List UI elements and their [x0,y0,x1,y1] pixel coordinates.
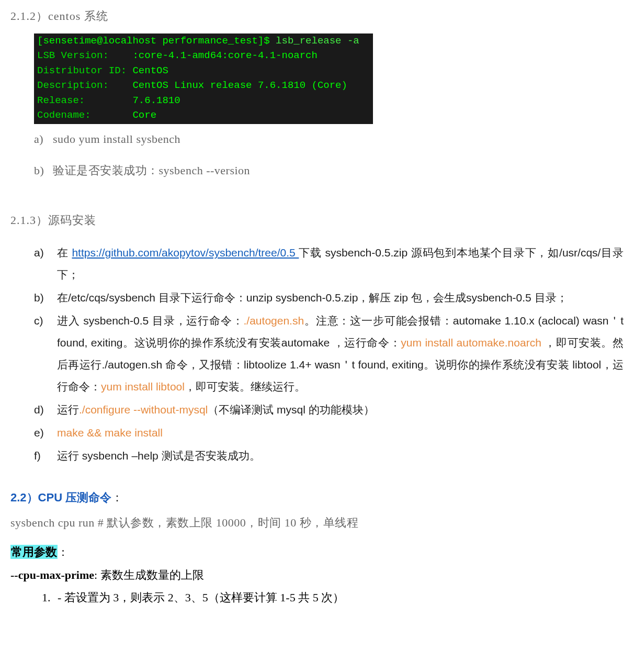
list-marker: a) [34,242,57,286]
text-fragment: （不编译测试 mysql 的功能模块） [208,404,375,416]
list-marker: c) [34,310,57,398]
numbered-sub-item: 1.- 若设置为 3，则表示 2、3、5（这样要计算 1-5 共 5 次） [42,587,624,609]
list-text: 运行 sysbench –help 测试是否安装成功。 [57,445,624,467]
list-item: c) 进入 sysbench-0.5 目录，运行命令：./autogen.sh。… [34,310,624,398]
section-212-heading: 2.1.2）centos 系统 [10,5,624,27]
command-text: make && make install [57,427,163,439]
terminal-row-label: Distributor ID: [37,65,127,76]
colon: ： [111,491,123,504]
terminal-row-pad [109,50,133,61]
list-text: 在/etc/cqs/sysbench 目录下运行命令：unzip sysbenc… [57,287,624,309]
list-marker: b) [34,287,57,309]
terminal-row-pad [91,109,133,121]
list-item: b) 在/etc/cqs/sysbench 目录下运行命令：unzip sysb… [34,287,624,309]
terminal-command: lsb_release -a [276,35,359,47]
colon: ： [58,546,69,558]
terminal-row-label: Release: [37,95,85,106]
terminal-row-value: 7.6.1810 [132,95,180,106]
list-marker: e) [34,422,57,444]
text-fragment: 在 [57,247,72,259]
terminal-row-value: CentOS Linux release 7.6.1810 (Core) [132,80,347,91]
text-fragment: ，即可安装。继续运行。 [185,380,305,393]
github-link[interactable]: https://github.com/akopytov/sysbench/tre… [72,247,299,259]
list-item: f) 运行 sysbench –help 测试是否安装成功。 [34,445,624,467]
list-item: b)验证是否安装成功：sysbench --version [34,160,624,182]
text-fragment: 进入 sysbench-0.5 目录，运行命令： [57,315,244,327]
terminal-row-label: LSB Version: [37,50,109,61]
terminal-row-pad [127,65,132,76]
section-22-heading: 2.2）CPU 压测命令 [10,491,111,504]
terminal-prompt: [sensetime@localhost performance_test]$ [37,35,276,47]
terminal-row-value: :core-4.1-amd64:core-4.1-noarch [132,50,317,61]
list-item: e) make && make install [34,422,624,444]
terminal-row-pad [85,95,132,106]
list-item: a)sudo yum install sysbench [34,128,624,150]
terminal-row-value: CentOS [132,65,168,76]
terminal-row-pad [109,80,133,91]
command-text: ./autogen.sh [244,315,304,327]
list-marker: f) [34,445,57,467]
command-text: yum install automake.noarch [401,337,541,349]
param-name: --cpu-max-prime [10,568,94,581]
list-marker: a) [34,128,53,150]
list-marker: d) [34,399,57,421]
list-item: a) 在 https://github.com/akopytov/sysbenc… [34,242,624,286]
list-text: sudo yum install sysbench [53,132,180,145]
terminal-row-value: Core [132,109,156,121]
list-item: d) 运行./configure --without-mysql（不编译测试 m… [34,399,624,421]
highlight-label: 常用参数 [10,545,58,559]
section-213-heading: 2.1.3）源码安装 [10,209,624,231]
list-marker: b) [34,160,53,182]
param-line: --cpu-max-prime: 素数生成数量的上限 [10,564,624,586]
list-text: - 若设置为 3，则表示 2、3、5（这样要计算 1-5 共 5 次） [58,591,344,604]
list-marker: 1. [42,587,58,609]
text-fragment: 运行 [57,404,79,416]
command-line: sysbench cpu run # 默认参数，素数上限 10000，时间 10… [10,512,624,534]
param-desc: : 素数生成数量的上限 [94,568,204,581]
terminal-row-label: Codename: [37,109,91,121]
command-text: ./configure --without-mysql [79,404,208,416]
list-text: 验证是否安装成功：sysbench --version [53,164,250,177]
command-text: yum install libtool [101,380,185,393]
terminal-row-label: Description: [37,80,109,91]
terminal-block: [sensetime@localhost performance_test]$ … [34,33,373,124]
